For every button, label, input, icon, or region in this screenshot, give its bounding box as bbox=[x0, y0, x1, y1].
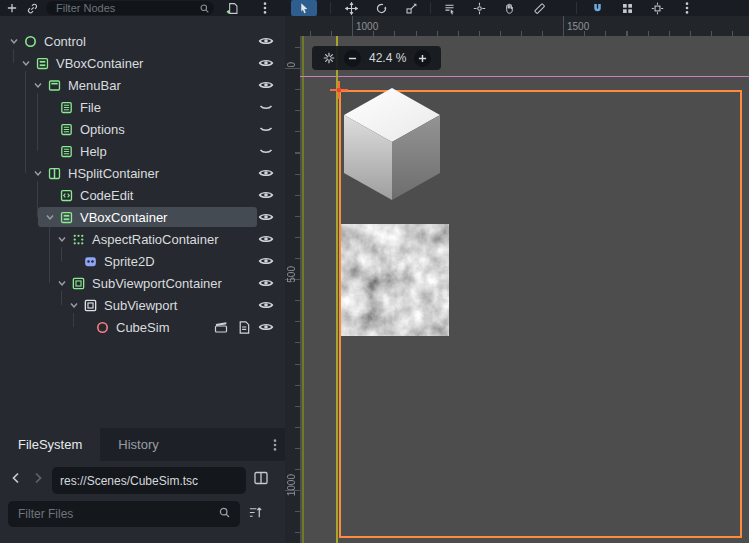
tree-row-label: Sprite2D bbox=[104, 254, 155, 269]
toggle-split-mode-button[interactable] bbox=[253, 470, 269, 486]
add-node-button[interactable] bbox=[2, 0, 22, 16]
scene-boundary-line bbox=[300, 76, 749, 77]
ruler-corner bbox=[285, 16, 300, 36]
open-instance-scene-icon[interactable] bbox=[213, 319, 229, 335]
canvas-2d[interactable]: 42.4 % bbox=[300, 36, 749, 543]
nav-forward-button[interactable] bbox=[32, 472, 44, 484]
container-bound-line-yellow bbox=[336, 36, 338, 543]
chevron-down-icon[interactable] bbox=[54, 231, 70, 247]
tab-filesystem[interactable]: FileSystem bbox=[0, 428, 100, 461]
visibility-eye-icon[interactable] bbox=[258, 319, 274, 335]
instance-scene-button[interactable] bbox=[22, 0, 42, 16]
viewport-2d: 1000 1500 0 500 1000 bbox=[285, 16, 749, 543]
current-path-input[interactable] bbox=[52, 467, 246, 494]
ruler-tool-button[interactable] bbox=[526, 0, 552, 16]
ruler-label: 1000 bbox=[356, 21, 378, 32]
vboxcontainer-node-icon bbox=[34, 55, 50, 71]
tree-row-file[interactable]: File bbox=[0, 96, 285, 118]
tree-row-codeedit[interactable]: CodeEdit bbox=[0, 184, 285, 206]
visibility-eye-icon[interactable] bbox=[258, 187, 274, 203]
tree-row-options[interactable]: Options bbox=[0, 118, 285, 140]
codeedit-node-icon bbox=[58, 187, 74, 203]
chevron-down-icon[interactable] bbox=[30, 77, 46, 93]
chevron-down-icon[interactable] bbox=[6, 33, 22, 49]
ruler-label: 500 bbox=[286, 266, 297, 283]
pixel-snap-toggle[interactable] bbox=[644, 0, 670, 16]
list-select-tool-button[interactable] bbox=[436, 0, 462, 16]
grid-snap-toggle[interactable] bbox=[614, 0, 640, 16]
pivot-tool-button[interactable] bbox=[466, 0, 492, 16]
tree-row-cubesim[interactable]: CubeSim bbox=[0, 316, 285, 338]
tree-row-vboxcontainer[interactable]: VBoxContainer bbox=[0, 52, 285, 74]
dock-tab-bar: FileSystem History bbox=[0, 428, 285, 461]
magnet-icon bbox=[591, 2, 604, 15]
chevron-down-icon[interactable] bbox=[42, 209, 58, 225]
chevron-down-icon[interactable] bbox=[30, 165, 46, 181]
scene-menu-button[interactable] bbox=[256, 0, 274, 16]
visibility-eye-icon[interactable] bbox=[258, 33, 274, 49]
top-toolbar bbox=[0, 0, 749, 16]
filter-files-input[interactable] bbox=[8, 501, 240, 527]
tree-row-label: File bbox=[80, 100, 101, 115]
dock-options-menu[interactable] bbox=[273, 428, 277, 461]
zoom-in-button[interactable] bbox=[414, 50, 431, 67]
zoom-level[interactable]: 42.4 % bbox=[369, 51, 406, 65]
visibility-eye-icon[interactable] bbox=[258, 77, 274, 93]
visibility-eye-icon[interactable] bbox=[258, 165, 274, 181]
visibility-eye-closed-icon[interactable] bbox=[258, 99, 274, 115]
popupmenu-node-icon bbox=[58, 99, 74, 115]
chevron-down-icon[interactable] bbox=[66, 297, 82, 313]
kebab-menu-icon bbox=[685, 1, 689, 15]
tab-history[interactable]: History bbox=[100, 428, 176, 461]
select-tool-button[interactable] bbox=[291, 0, 317, 16]
control-node-icon bbox=[22, 33, 38, 49]
visibility-eye-icon[interactable] bbox=[258, 253, 274, 269]
visibility-eye-icon[interactable] bbox=[258, 209, 274, 225]
pan-tool-button[interactable] bbox=[496, 0, 522, 16]
chevron-down-icon[interactable] bbox=[18, 55, 34, 71]
tree-row-label: MenuBar bbox=[68, 78, 121, 93]
menubar-node-icon bbox=[46, 77, 62, 93]
tree-row-label: SubViewportContainer bbox=[92, 276, 222, 291]
link-icon bbox=[26, 2, 39, 15]
aspectratiocontainer-node-icon bbox=[70, 231, 86, 247]
script-icon[interactable] bbox=[236, 320, 251, 335]
visibility-eye-closed-icon[interactable] bbox=[258, 121, 274, 137]
tree-row-label: Options bbox=[80, 122, 125, 137]
tree-row-hsplitcontainer[interactable]: HSplitContainer bbox=[0, 162, 285, 184]
attach-script-button[interactable] bbox=[222, 0, 242, 16]
tree-row-vboxcontainer-selected[interactable]: VBoxContainer bbox=[0, 206, 285, 228]
chevron-down-icon[interactable] bbox=[54, 275, 70, 291]
visibility-eye-closed-icon[interactable] bbox=[258, 143, 274, 159]
tree-row-menubar[interactable]: MenuBar bbox=[0, 74, 285, 96]
horizontal-ruler: 1000 1500 bbox=[300, 16, 749, 36]
visibility-eye-icon[interactable] bbox=[258, 231, 274, 247]
nav-back-button[interactable] bbox=[10, 472, 22, 484]
filter-nodes-input[interactable] bbox=[46, 1, 214, 15]
visibility-eye-icon[interactable] bbox=[258, 275, 274, 291]
subviewport-node-icon bbox=[82, 297, 98, 313]
visibility-eye-icon[interactable] bbox=[258, 297, 274, 313]
tree-row-aspectratiocontainer[interactable]: AspectRatioContainer bbox=[0, 228, 285, 250]
center-view-icon[interactable] bbox=[322, 51, 336, 65]
plus-icon bbox=[418, 54, 427, 63]
kebab-menu-icon bbox=[263, 1, 267, 15]
snap-options-menu[interactable] bbox=[678, 0, 696, 16]
tree-row-label: CodeEdit bbox=[80, 188, 133, 203]
rotate-tool-button[interactable] bbox=[368, 0, 394, 16]
tree-row-sprite2d[interactable]: Sprite2D bbox=[0, 250, 285, 272]
tree-row-control[interactable]: Control bbox=[0, 30, 285, 52]
tree-row-subviewportcontainer[interactable]: SubViewportContainer bbox=[0, 272, 285, 294]
scale-tool-button[interactable] bbox=[398, 0, 424, 16]
vertical-ruler: 0 500 1000 bbox=[285, 36, 300, 543]
sort-files-button[interactable] bbox=[248, 505, 263, 520]
smart-snap-toggle[interactable] bbox=[584, 0, 610, 16]
visibility-eye-icon[interactable] bbox=[258, 55, 274, 71]
tree-row-subviewport[interactable]: SubViewport bbox=[0, 294, 285, 316]
select-arrow-icon bbox=[298, 2, 311, 15]
rotate-icon bbox=[375, 2, 388, 15]
move-tool-button[interactable] bbox=[338, 0, 364, 16]
tree-row-help[interactable]: Help bbox=[0, 140, 285, 162]
list-select-icon bbox=[443, 2, 456, 15]
zoom-out-button[interactable] bbox=[344, 50, 361, 67]
